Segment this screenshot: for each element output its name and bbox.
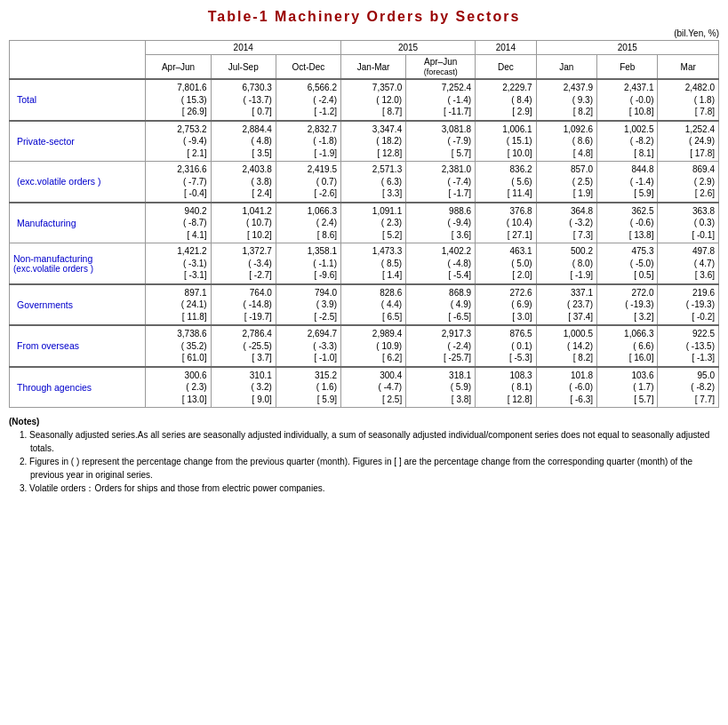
data-cell: 108.3( 8.1)[ 12.8]	[476, 367, 536, 408]
data-cell: 1,402.2( -4.8)[ -5.4]	[406, 243, 476, 284]
row-label: Total	[10, 79, 146, 121]
data-cell: 95.0( -8.2)[ 7.7]	[658, 367, 719, 408]
data-cell: 1,092.6( 8.6)[ 4.8]	[536, 121, 596, 162]
note-item-1: 1. Seasonally adjusted series.As all ser…	[20, 428, 719, 455]
row-label: From overseas	[10, 325, 146, 367]
data-cell: 2,694.7( -3.3)[ -1.0]	[276, 325, 340, 367]
data-cell: 2,482.0( 1.8)[ 7.8]	[658, 79, 719, 121]
notes-header: (Notes)	[9, 415, 719, 428]
data-cell: 2,229.7( 8.4)[ 2.9]	[476, 79, 536, 121]
row-label: Private-sector	[10, 121, 146, 162]
data-cell: 2,917.3( -2.4)[ -25.7]	[406, 325, 476, 367]
note-item-3: 3. Volatile orders：Orders for ships and …	[20, 482, 719, 495]
data-cell: 2,419.5( 0.7)[ -2.6]	[276, 162, 340, 203]
data-cell: 318.1( 5.9)[ 3.8]	[406, 367, 476, 408]
data-cell: 2,437.9( 9.3)[ 8.2]	[536, 79, 596, 121]
data-cell: 6,566.2( -2.4)[ -1.2]	[276, 79, 340, 121]
data-cell: 857.0( 2.5)[ 1.9]	[536, 162, 596, 203]
data-cell: 869.4( 2.9)[ 2.6]	[658, 162, 719, 203]
data-cell: 1,473.3( 8.5)[ 1.4]	[341, 243, 406, 284]
data-cell: 337.1( 23.7)[ 37.4]	[536, 284, 596, 326]
data-cell: 828.6( 4.4)[ 6.5]	[341, 284, 406, 326]
data-cell: 794.0( 3.9)[ -2.5]	[276, 284, 340, 326]
data-cell: 103.6( 1.7)[ 5.7]	[597, 367, 658, 408]
table-row: Governments897.1( 24.1)[ 11.8]764.0( -14…	[10, 284, 719, 326]
data-cell: 310.1( 3.2)[ 9.0]	[211, 367, 276, 408]
data-cell: 376.8( 10.4)[ 27.1]	[476, 203, 536, 243]
data-cell: 315.2( 1.6)[ 5.9]	[276, 367, 340, 408]
header-row-group: 2014 2015 2014 2015	[10, 41, 719, 55]
header-jan: Jan	[536, 55, 596, 80]
row-label: Through agencies	[10, 367, 146, 408]
data-cell: 2,403.8( 3.8)[ 2.4]	[211, 162, 276, 203]
header-jul-sep: Jul-Sep	[211, 55, 276, 80]
notes-section: (Notes) 1. Seasonally adjusted series.As…	[9, 415, 719, 495]
row-label: Non-manufacturing(exc.volatile orders )	[10, 243, 146, 284]
data-cell: 500.2( 8.0)[ -1.9]	[536, 243, 596, 284]
header-mar: Mar	[658, 55, 719, 80]
unit-label: (bil.Yen, %)	[9, 28, 719, 38]
data-cell: 219.6( -19.3)[ -0.2]	[658, 284, 719, 326]
page-title: Table-1 Machinery Orders by Sectors	[9, 9, 719, 25]
data-cell: 940.2( -8.7)[ 4.1]	[146, 203, 211, 243]
data-cell: 1,066.3( 2.4)[ 8.6]	[276, 203, 340, 243]
data-cell: 2,437.1( -0.0)[ 10.8]	[597, 79, 658, 121]
header-blank	[10, 41, 146, 80]
data-cell: 7,252.4( -1.4)[ -11.7]	[406, 79, 476, 121]
data-cell: 922.5( -13.5)[ -1.3]	[658, 325, 719, 367]
data-cell: 2,316.6( -7.7)[ -0.4]	[146, 162, 211, 203]
table-row: Private-sector2,753.2( -9.4)[ 2.1]2,884.…	[10, 121, 719, 162]
data-cell: 1,000.5( 14.2)[ 8.2]	[536, 325, 596, 367]
data-cell: 300.6( 2.3)[ 13.0]	[146, 367, 211, 408]
data-cell: 2,832.7( -1.8)[ -1.9]	[276, 121, 340, 162]
data-cell: 101.8( -6.0)[ -6.3]	[536, 367, 596, 408]
data-cell: 1,066.3( 6.6)[ 16.0]	[597, 325, 658, 367]
data-cell: 7,801.6( 15.3)[ 26.9]	[146, 79, 211, 121]
table-row: (exc.volatile orders )2,316.6( -7.7)[ -0…	[10, 162, 719, 203]
data-cell: 2,571.3( 6.3)[ 3.3]	[341, 162, 406, 203]
data-cell: 897.1( 24.1)[ 11.8]	[146, 284, 211, 326]
data-cell: 3,347.4( 18.2)[ 12.8]	[341, 121, 406, 162]
data-cell: 1,372.7( -3.4)[ -2.7]	[211, 243, 276, 284]
data-cell: 2,989.4( 10.9)[ 6.2]	[341, 325, 406, 367]
header-apr-jun-forecast: Apr–Jun(forecast)	[406, 55, 476, 80]
header-apr-jun: Apr–Jun	[146, 55, 211, 80]
table-row: Non-manufacturing(exc.volatile orders )1…	[10, 243, 719, 284]
data-cell: 2,753.2( -9.4)[ 2.1]	[146, 121, 211, 162]
data-cell: 1,091.1( 2.3)[ 5.2]	[341, 203, 406, 243]
data-cell: 1,002.5( -8.2)[ 8.1]	[597, 121, 658, 162]
data-cell: 764.0( -14.8)[ -19.7]	[211, 284, 276, 326]
data-cell: 1,421.2( -3.1)[ -3.1]	[146, 243, 211, 284]
row-label: (exc.volatile orders )	[10, 162, 146, 203]
data-cell: 362.5( -0.6)[ 13.8]	[597, 203, 658, 243]
table-row: Manufacturing940.2( -8.7)[ 4.1]1,041.2( …	[10, 203, 719, 243]
data-cell: 2,381.0( -7.4)[ -1.7]	[406, 162, 476, 203]
table-row: Total7,801.6( 15.3)[ 26.9]6,730.3( -13.7…	[10, 79, 719, 121]
data-cell: 3,081.8( -7.9)[ 5.7]	[406, 121, 476, 162]
data-cell: 475.3( -5.0)[ 0.5]	[597, 243, 658, 284]
data-cell: 836.2( 5.6)[ 11.4]	[476, 162, 536, 203]
data-cell: 1,252.4( 24.9)[ 17.8]	[658, 121, 719, 162]
data-cell: 300.4( -4.7)[ 2.5]	[341, 367, 406, 408]
data-cell: 2,786.4( -25.5)[ 3.7]	[211, 325, 276, 367]
main-table: 2014 2015 2014 2015 Apr–Jun Jul-Sep Oct-…	[9, 40, 719, 408]
data-cell: 497.8( 4.7)[ 3.6]	[658, 243, 719, 284]
row-label: Manufacturing	[10, 203, 146, 243]
data-cell: 364.8( -3.2)[ 7.3]	[536, 203, 596, 243]
header-dec: Dec	[476, 55, 536, 80]
row-label: Governments	[10, 284, 146, 326]
data-cell: 3,738.6( 35.2)[ 61.0]	[146, 325, 211, 367]
data-cell: 1,358.1( -1.1)[ -9.6]	[276, 243, 340, 284]
header-2014: 2014	[146, 41, 341, 55]
table-row: Through agencies300.6( 2.3)[ 13.0]310.1(…	[10, 367, 719, 408]
header-oct-dec: Oct-Dec	[276, 55, 340, 80]
header-2015-monthly: 2015	[536, 41, 718, 55]
data-cell: 272.0( -19.3)[ 3.2]	[597, 284, 658, 326]
data-cell: 2,884.4( 4.8)[ 3.5]	[211, 121, 276, 162]
data-cell: 1,006.1( 15.1)[ 10.0]	[476, 121, 536, 162]
data-cell: 463.1( 5.0)[ 2.0]	[476, 243, 536, 284]
note-item-2: 2. Figures in ( ) represent the percenta…	[20, 455, 719, 482]
data-cell: 868.9( 4.9)[ -6.5]	[406, 284, 476, 326]
data-cell: 1,041.2( 10.7)[ 10.2]	[211, 203, 276, 243]
data-cell: 844.8( -1.4)[ 5.9]	[597, 162, 658, 203]
